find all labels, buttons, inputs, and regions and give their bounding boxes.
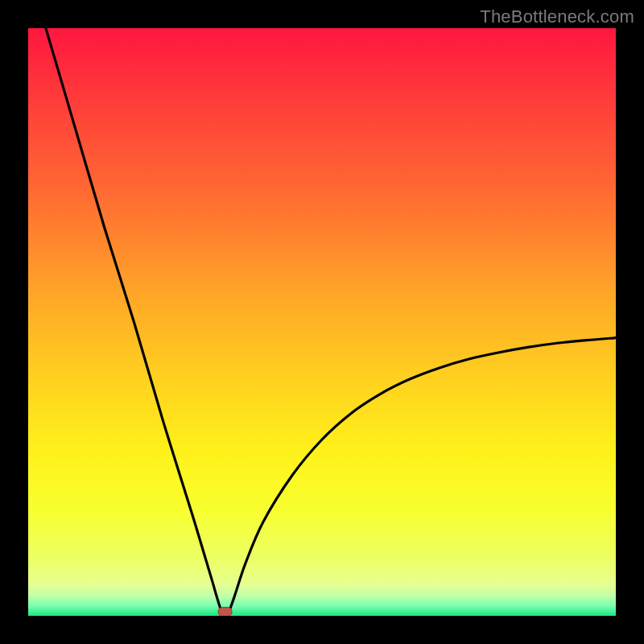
plot-area	[28, 28, 616, 616]
bottleneck-curve	[46, 28, 616, 616]
minimum-marker	[218, 607, 232, 616]
watermark-text: TheBottleneck.com	[480, 6, 634, 27]
curve-layer	[28, 28, 616, 616]
chart-frame: TheBottleneck.com	[0, 0, 644, 644]
